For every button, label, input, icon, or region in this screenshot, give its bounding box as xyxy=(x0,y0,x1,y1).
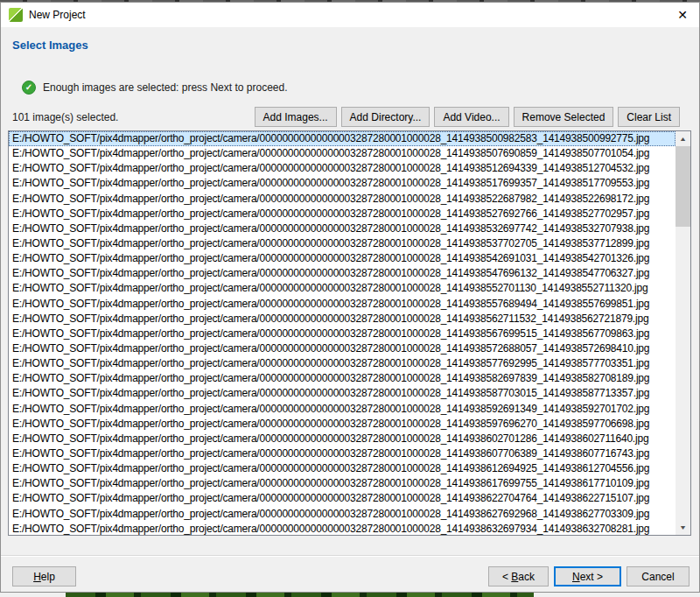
vertical-scrollbar[interactable]: ▲ ▼ xyxy=(676,131,690,535)
dialog-title: New Project xyxy=(29,3,86,27)
list-item[interactable]: E:/HOWTO_SOFT/pix4dmapper/ortho_project/… xyxy=(9,192,676,207)
list-item[interactable]: E:/HOWTO_SOFT/pix4dmapper/ortho_project/… xyxy=(9,386,676,401)
list-item[interactable]: E:/HOWTO_SOFT/pix4dmapper/ortho_project/… xyxy=(9,491,676,506)
add-video-button[interactable]: Add Video... xyxy=(434,107,508,127)
image-list[interactable]: E:/HOWTO_SOFT/pix4dmapper/ortho_project/… xyxy=(8,130,691,536)
add-directory-button[interactable]: Add Directory... xyxy=(341,107,430,127)
status-ok-icon: ✓ xyxy=(22,81,36,95)
footer-separator xyxy=(1,555,699,557)
list-item[interactable]: E:/HOWTO_SOFT/pix4dmapper/ortho_project/… xyxy=(9,251,676,266)
remove-selected-button[interactable]: Remove Selected xyxy=(514,107,614,127)
status-row: ✓ Enough images are selected: press Next… xyxy=(22,80,288,95)
background-green-fragment xyxy=(66,593,534,597)
scroll-down-button[interactable]: ▼ xyxy=(676,520,690,535)
list-item[interactable]: E:/HOWTO_SOFT/pix4dmapper/ortho_project/… xyxy=(9,266,676,281)
screen: New Project ✕ Select Images ✓ Enough ima… xyxy=(0,0,700,597)
wizard-nav-buttons: < Back Next > Cancel xyxy=(488,566,690,586)
scroll-down-icon: ▼ xyxy=(679,524,687,530)
background-window-bottom xyxy=(0,593,700,597)
list-item[interactable]: E:/HOWTO_SOFT/pix4dmapper/ortho_project/… xyxy=(9,297,676,312)
list-item[interactable]: E:/HOWTO_SOFT/pix4dmapper/ortho_project/… xyxy=(9,207,676,221)
status-message: Enough images are selected: press Next t… xyxy=(43,81,288,94)
list-item[interactable]: E:/HOWTO_SOFT/pix4dmapper/ortho_project/… xyxy=(9,161,676,176)
dialog-titlebar: New Project ✕ xyxy=(1,3,699,27)
list-item[interactable]: E:/HOWTO_SOFT/pix4dmapper/ortho_project/… xyxy=(9,432,676,446)
list-item[interactable]: E:/HOWTO_SOFT/pix4dmapper/ortho_project/… xyxy=(9,236,676,251)
list-item[interactable]: E:/HOWTO_SOFT/pix4dmapper/ortho_project/… xyxy=(9,446,676,461)
pix4d-logo-icon xyxy=(9,8,23,22)
help-button[interactable]: Help xyxy=(12,566,76,586)
cancel-button[interactable]: Cancel xyxy=(626,566,690,586)
list-item[interactable]: E:/HOWTO_SOFT/pix4dmapper/ortho_project/… xyxy=(9,461,676,476)
scrollbar-track[interactable] xyxy=(676,146,690,520)
clear-list-button[interactable]: Clear List xyxy=(618,107,680,127)
list-item[interactable]: E:/HOWTO_SOFT/pix4dmapper/ortho_project/… xyxy=(9,402,676,417)
image-list-rows: E:/HOWTO_SOFT/pix4dmapper/ortho_project/… xyxy=(9,131,676,535)
list-item[interactable]: E:/HOWTO_SOFT/pix4dmapper/ortho_project/… xyxy=(9,371,676,386)
list-item[interactable]: E:/HOWTO_SOFT/pix4dmapper/ortho_project/… xyxy=(9,281,676,296)
scroll-up-icon: ▲ xyxy=(679,136,687,142)
list-item[interactable]: E:/HOWTO_SOFT/pix4dmapper/ortho_project/… xyxy=(9,131,676,146)
list-toolbar: Add Images... Add Directory... Add Video… xyxy=(255,107,680,127)
list-item[interactable]: E:/HOWTO_SOFT/pix4dmapper/ortho_project/… xyxy=(9,417,676,432)
list-item[interactable]: E:/HOWTO_SOFT/pix4dmapper/ortho_project/… xyxy=(9,146,676,161)
back-button[interactable]: < Back xyxy=(488,566,549,586)
page-title: Select Images xyxy=(12,39,88,52)
image-count-label: 101 image(s) selected. xyxy=(12,111,118,123)
list-item[interactable]: E:/HOWTO_SOFT/pix4dmapper/ortho_project/… xyxy=(9,476,676,491)
list-item[interactable]: E:/HOWTO_SOFT/pix4dmapper/ortho_project/… xyxy=(9,507,676,522)
new-project-dialog: New Project ✕ Select Images ✓ Enough ima… xyxy=(0,2,700,593)
list-item[interactable]: E:/HOWTO_SOFT/pix4dmapper/ortho_project/… xyxy=(9,312,676,327)
next-button[interactable]: Next > xyxy=(554,566,621,586)
scroll-up-button[interactable]: ▲ xyxy=(676,131,690,146)
list-item[interactable]: E:/HOWTO_SOFT/pix4dmapper/ortho_project/… xyxy=(9,522,676,535)
add-images-button[interactable]: Add Images... xyxy=(255,107,337,127)
close-icon[interactable]: ✕ xyxy=(669,3,696,27)
list-item[interactable]: E:/HOWTO_SOFT/pix4dmapper/ortho_project/… xyxy=(9,341,676,356)
list-item[interactable]: E:/HOWTO_SOFT/pix4dmapper/ortho_project/… xyxy=(9,356,676,371)
list-item[interactable]: E:/HOWTO_SOFT/pix4dmapper/ortho_project/… xyxy=(9,327,676,341)
list-item[interactable]: E:/HOWTO_SOFT/pix4dmapper/ortho_project/… xyxy=(9,176,676,191)
scrollbar-thumb[interactable] xyxy=(676,146,690,227)
list-item[interactable]: E:/HOWTO_SOFT/pix4dmapper/ortho_project/… xyxy=(9,221,676,236)
